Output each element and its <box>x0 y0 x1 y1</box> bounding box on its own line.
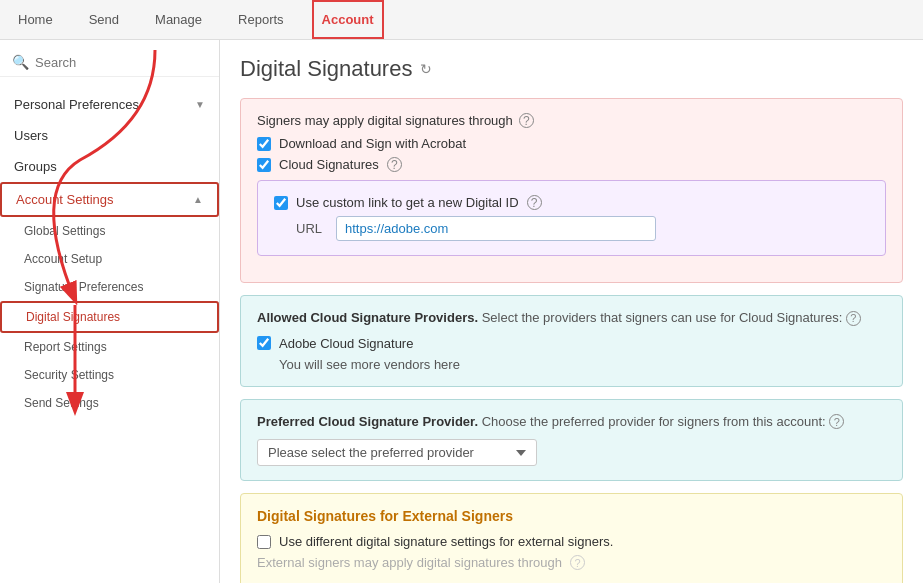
section-title-signers: Signers may apply digital signatures thr… <box>257 113 886 128</box>
help-icon-providers[interactable]: ? <box>846 311 861 326</box>
sidebar-item-account-settings[interactable]: Account Settings ▲ <box>0 182 219 217</box>
nav-reports[interactable]: Reports <box>230 0 292 39</box>
help-icon-preferred[interactable]: ? <box>829 414 844 429</box>
sidebar-item-label: Personal Preferences <box>14 97 139 112</box>
checkbox-adobe-cloud-input[interactable] <box>257 336 271 350</box>
top-nav: Home Send Manage Reports Account <box>0 0 923 40</box>
sidebar-item-label: Account Settings <box>16 192 114 207</box>
section-custom-link: Use custom link to get a new Digital ID … <box>257 180 886 256</box>
checkbox-download-sign: Download and Sign with Acrobat <box>257 136 886 151</box>
checkbox-adobe-cloud: Adobe Cloud Signature <box>257 336 886 351</box>
nav-home[interactable]: Home <box>10 0 61 39</box>
preferred-title: Preferred Cloud Signature Provider. Choo… <box>257 414 886 430</box>
nav-send[interactable]: Send <box>81 0 127 39</box>
help-icon-external[interactable]: ? <box>570 555 585 570</box>
checkbox-custom-link-input[interactable] <box>274 196 288 210</box>
help-icon-custom-link[interactable]: ? <box>527 195 542 210</box>
sidebar-item-users[interactable]: Users <box>0 120 219 151</box>
sidebar-sub-account-setup[interactable]: Account Setup <box>0 245 219 273</box>
main-content: Digital Signatures ↻ Signers may apply d… <box>220 40 923 583</box>
nav-manage[interactable]: Manage <box>147 0 210 39</box>
search-bar[interactable]: 🔍 <box>0 48 219 77</box>
sidebar-sub-report-settings[interactable]: Report Settings <box>0 333 219 361</box>
checkbox-download-sign-input[interactable] <box>257 137 271 151</box>
sidebar-sub-send-settings[interactable]: Send Settings <box>0 389 219 417</box>
section-signers-apply: Signers may apply digital signatures thr… <box>240 98 903 283</box>
select-provider-row: Please select the preferred provider <box>257 439 886 466</box>
help-icon-cloud[interactable]: ? <box>387 157 402 172</box>
sidebar-sub-digital-signatures[interactable]: Digital Signatures <box>0 301 219 333</box>
help-icon-signers[interactable]: ? <box>519 113 534 128</box>
allowed-providers-title: Allowed Cloud Signature Providers. Selec… <box>257 310 886 326</box>
page-title: Digital Signatures ↻ <box>240 56 903 82</box>
external-signers-title: Digital Signatures for External Signers <box>257 508 886 524</box>
refresh-icon[interactable]: ↻ <box>420 61 432 77</box>
checkbox-custom-link: Use custom link to get a new Digital ID … <box>274 195 869 210</box>
sidebar-item-personal-preferences[interactable]: Personal Preferences ▼ <box>0 89 219 120</box>
nav-account[interactable]: Account <box>312 0 384 39</box>
section-allowed-providers: Allowed Cloud Signature Providers. Selec… <box>240 295 903 387</box>
section-external-signers: Digital Signatures for External Signers … <box>240 493 903 583</box>
url-label: URL <box>296 221 326 236</box>
search-icon: 🔍 <box>12 54 29 70</box>
sidebar-item-label: Groups <box>14 159 57 174</box>
section-preferred-provider: Preferred Cloud Signature Provider. Choo… <box>240 399 903 482</box>
sidebar-sub-security-settings[interactable]: Security Settings <box>0 361 219 389</box>
search-input[interactable] <box>35 55 207 70</box>
grayed-external-text: External signers may apply digital signa… <box>257 555 886 570</box>
sidebar: 🔍 Personal Preferences ▼ Users Groups <box>0 40 220 583</box>
provider-select[interactable]: Please select the preferred provider <box>257 439 537 466</box>
sidebar-item-groups[interactable]: Groups <box>0 151 219 182</box>
sidebar-sub-global-settings[interactable]: Global Settings <box>0 217 219 245</box>
url-row: URL <box>296 216 869 241</box>
checkbox-cloud-signatures-input[interactable] <box>257 158 271 172</box>
url-input[interactable] <box>336 216 656 241</box>
checkbox-external-different: Use different digital signature settings… <box>257 534 886 549</box>
sidebar-sub-signature-preferences[interactable]: Signature Preferences <box>0 273 219 301</box>
checkbox-external-input[interactable] <box>257 535 271 549</box>
checkbox-cloud-signatures: Cloud Signatures ? <box>257 157 886 172</box>
sidebar-item-label: Users <box>14 128 48 143</box>
chevron-down-icon: ▼ <box>195 99 205 110</box>
chevron-up-icon: ▲ <box>193 194 203 205</box>
sidebar-section: Personal Preferences ▼ Users Groups Acco… <box>0 83 219 423</box>
vendor-more-text: You will see more vendors here <box>279 357 886 372</box>
